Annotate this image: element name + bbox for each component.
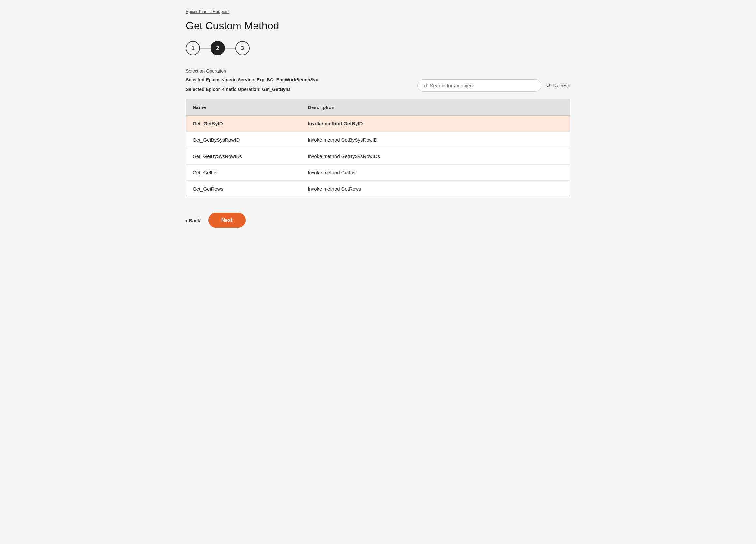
cell-description: Invoke method GetByID — [301, 116, 570, 132]
step-1[interactable]: 1 — [186, 41, 200, 55]
column-header-name: Name — [186, 99, 301, 116]
table-row[interactable]: Get_GetList Invoke method GetList — [186, 165, 570, 181]
cell-description: Invoke method GetRows — [301, 181, 570, 197]
page-title: Get Custom Method — [186, 20, 570, 32]
cell-name: Get_GetBySysRowID — [186, 132, 301, 148]
column-header-description: Description — [301, 99, 570, 116]
table-header-row: Name Description — [186, 99, 570, 116]
cell-name: Get_GetByID — [186, 116, 301, 132]
breadcrumb[interactable]: Epicor Kinetic Endpoint — [186, 9, 570, 14]
back-chevron-icon: ‹ — [186, 218, 187, 223]
footer: ‹ Back Next — [186, 213, 570, 228]
back-button[interactable]: ‹ Back — [186, 218, 200, 223]
step-connector-2-3 — [225, 48, 235, 49]
step-connector-1-2 — [200, 48, 211, 49]
table-row[interactable]: Get_GetByID Invoke method GetByID — [186, 116, 570, 132]
step-2[interactable]: 2 — [211, 41, 225, 55]
toolbar-right: ☌ ⟳ Refresh — [417, 80, 570, 92]
selected-operation-info: Selected Epicor Kinetic Operation: Get_G… — [186, 86, 318, 92]
stepper: 1 2 3 — [186, 41, 570, 55]
cell-name: Get_GetBySysRowIDs — [186, 148, 301, 165]
cell-description: Invoke method GetBySysRowIDs — [301, 148, 570, 165]
next-button[interactable]: Next — [208, 213, 246, 228]
section-label: Select an Operation — [186, 68, 570, 74]
operations-table: Name Description Get_GetByID Invoke meth… — [186, 99, 570, 197]
search-box[interactable]: ☌ — [417, 80, 541, 92]
refresh-icon: ⟳ — [546, 82, 551, 89]
selected-service-info: Selected Epicor Kinetic Service: Erp_BO_… — [186, 77, 318, 82]
toolbar-left: Selected Epicor Kinetic Service: Erp_BO_… — [186, 77, 318, 94]
refresh-button[interactable]: ⟳ Refresh — [546, 82, 570, 89]
cell-name: Get_GetRows — [186, 181, 301, 197]
table-row[interactable]: Get_GetBySysRowIDs Invoke method GetBySy… — [186, 148, 570, 165]
table-row[interactable]: Get_GetBySysRowID Invoke method GetBySys… — [186, 132, 570, 148]
table-row[interactable]: Get_GetRows Invoke method GetRows — [186, 181, 570, 197]
step-3[interactable]: 3 — [235, 41, 250, 55]
cell-description: Invoke method GetBySysRowID — [301, 132, 570, 148]
search-icon: ☌ — [424, 82, 427, 89]
cell-name: Get_GetList — [186, 165, 301, 181]
toolbar-row: Selected Epicor Kinetic Service: Erp_BO_… — [186, 77, 570, 94]
cell-description: Invoke method GetList — [301, 165, 570, 181]
search-input[interactable] — [430, 83, 535, 88]
